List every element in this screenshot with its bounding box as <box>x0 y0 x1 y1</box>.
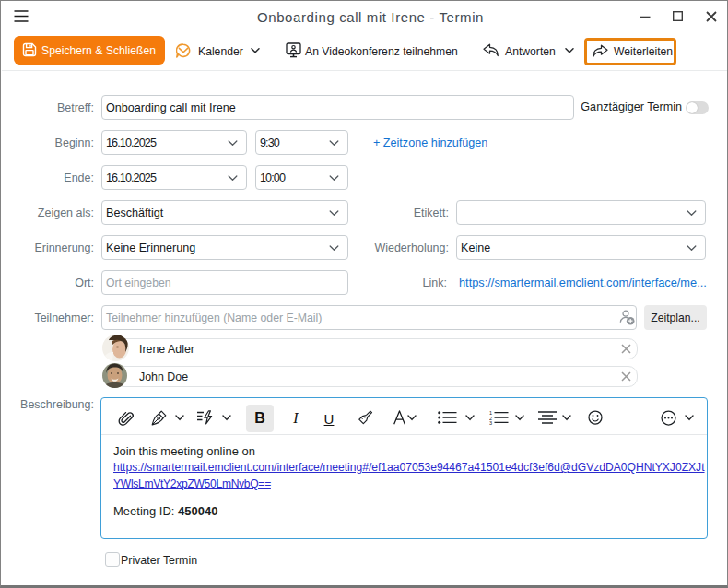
svg-text:3: 3 <box>489 420 492 425</box>
